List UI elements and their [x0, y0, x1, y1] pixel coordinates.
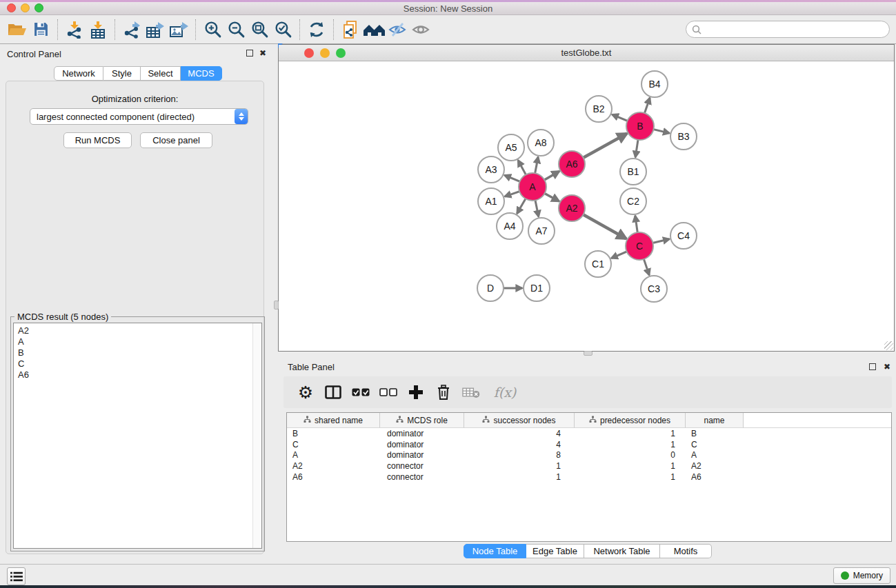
table-cell[interactable]: 4	[464, 429, 575, 438]
create-column-icon[interactable]	[407, 382, 425, 403]
table-cell[interactable]: A	[686, 450, 744, 460]
table-cell[interactable]: 1	[575, 461, 686, 471]
tab-select[interactable]: Select	[141, 66, 181, 81]
node-C2[interactable]: C2	[620, 188, 646, 214]
table-cell[interactable]: A6	[287, 472, 380, 482]
table-cell[interactable]: 1	[575, 472, 686, 482]
tab-network[interactable]: Network	[54, 66, 103, 81]
node-A2[interactable]: A2	[559, 195, 585, 221]
table-cell[interactable]: A6	[686, 472, 744, 482]
table-cell[interactable]: 8	[464, 450, 575, 460]
clone-network-icon[interactable]	[339, 18, 362, 41]
node-A1[interactable]: A1	[478, 188, 504, 214]
refresh-icon[interactable]	[305, 18, 328, 41]
minimize-window-button[interactable]	[21, 3, 30, 12]
result-list-item[interactable]: B	[18, 347, 261, 358]
delete-column-icon[interactable]	[435, 382, 452, 403]
table-row[interactable]: A2connector11A2	[287, 460, 891, 472]
column-header-name[interactable]: name	[686, 413, 744, 428]
open-session-icon[interactable]	[6, 18, 29, 41]
node-A3[interactable]: A3	[478, 156, 504, 183]
table-row[interactable]: A6connector11A6	[287, 472, 891, 483]
table-cell[interactable]: C	[287, 440, 380, 449]
zoom-out-icon[interactable]	[224, 18, 248, 41]
zoom-window-button[interactable]	[34, 3, 43, 12]
table-cell[interactable]: B	[686, 429, 744, 438]
node-C4[interactable]: C4	[670, 223, 697, 249]
select-all-columns-icon[interactable]	[352, 382, 370, 403]
table-cell[interactable]: 4	[464, 440, 575, 449]
result-list-item[interactable]: A	[18, 336, 261, 347]
table-cell[interactable]: connector	[380, 472, 464, 482]
table-cell[interactable]: dominator	[380, 450, 464, 460]
result-list-item[interactable]: A2	[18, 325, 261, 336]
table-cell[interactable]: connector	[380, 461, 464, 471]
tab-edge-table[interactable]: Edge Table	[526, 544, 584, 558]
maximize-network-window-button[interactable]	[336, 48, 346, 58]
node-A6[interactable]: A6	[559, 151, 585, 177]
table-cell[interactable]: C	[686, 440, 744, 449]
node-D[interactable]: D	[477, 275, 504, 301]
result-list-item[interactable]: C	[18, 358, 261, 369]
tab-motifs[interactable]: Motifs	[660, 544, 712, 558]
hide-visual-properties-icon[interactable]	[386, 18, 409, 41]
node-B1[interactable]: B1	[620, 159, 646, 185]
node-B4[interactable]: B4	[641, 71, 668, 97]
node-A4[interactable]: A4	[497, 213, 523, 239]
node-A8[interactable]: A8	[528, 130, 554, 156]
table-cell[interactable]: A2	[686, 461, 744, 471]
tab-node-table[interactable]: Node Table	[464, 544, 526, 558]
node-B3[interactable]: B3	[670, 123, 697, 150]
network-canvas[interactable]: B4B2BB3A5A8A6B1A3AA1C2A2A4A7C4CC1DD1C3	[279, 62, 894, 351]
table-cell[interactable]: 1	[464, 472, 575, 482]
search-field[interactable]	[686, 21, 890, 38]
node-C[interactable]: C	[626, 232, 653, 260]
zoom-fit-icon[interactable]	[248, 18, 271, 41]
function-builder-icon[interactable]: f(x)	[490, 382, 520, 403]
close-panel-button[interactable]: Close panel	[140, 132, 212, 148]
import-table-icon[interactable]	[86, 18, 110, 41]
close-table-panel-icon[interactable]: ✖	[884, 363, 890, 370]
export-network-icon[interactable]	[120, 18, 143, 41]
table-cell[interactable]: 0	[575, 450, 686, 460]
vertical-splitter-handle[interactable]	[274, 301, 279, 310]
table-row[interactable]: Cdominator41C	[287, 439, 891, 450]
column-header-predecessor-nodes[interactable]: predecessor nodes	[575, 413, 686, 428]
resize-grip-icon[interactable]	[884, 341, 893, 350]
column-header-MCDS-role[interactable]: MCDS role	[380, 413, 464, 428]
column-header-shared-name[interactable]: shared name	[287, 413, 380, 428]
table-row[interactable]: Bdominator41B	[287, 428, 891, 439]
export-image-icon[interactable]	[167, 18, 190, 41]
float-table-panel-icon[interactable]	[869, 363, 876, 370]
table-cell[interactable]: dominator	[380, 440, 464, 449]
node-C1[interactable]: C1	[585, 251, 611, 277]
task-history-button[interactable]	[7, 567, 26, 585]
table-cell[interactable]: dominator	[380, 429, 464, 438]
save-session-icon[interactable]	[29, 18, 52, 41]
run-mcds-button[interactable]: Run MCDS	[63, 132, 132, 148]
tab-style[interactable]: Style	[103, 66, 141, 81]
table-cell[interactable]: B	[287, 429, 380, 438]
table-cell[interactable]: A	[287, 450, 380, 460]
import-network-icon[interactable]	[63, 18, 86, 41]
result-list-scrollbar[interactable]	[252, 323, 261, 548]
table-cell[interactable]: 1	[575, 440, 686, 449]
minimize-network-window-button[interactable]	[320, 48, 330, 58]
close-window-button[interactable]	[7, 3, 16, 12]
node-A7[interactable]: A7	[528, 218, 555, 244]
show-visual-properties-icon[interactable]	[409, 18, 432, 41]
home-icon[interactable]	[362, 18, 386, 41]
table-settings-gear-icon[interactable]: ⚙	[297, 382, 315, 403]
network-window-titlebar[interactable]: testGlobe.txt	[279, 45, 894, 61]
node-D1[interactable]: D1	[524, 275, 550, 301]
mcds-result-list[interactable]: A2ABCA6	[13, 323, 262, 549]
zoom-selected-icon[interactable]	[271, 18, 295, 41]
zoom-in-icon[interactable]	[201, 18, 224, 41]
horizontal-splitter-handle[interactable]	[584, 351, 593, 356]
node-B[interactable]: B	[626, 112, 654, 140]
float-panel-icon[interactable]	[246, 50, 253, 57]
show-columns-icon[interactable]	[324, 382, 342, 403]
search-input[interactable]	[705, 25, 889, 34]
close-network-window-button[interactable]	[304, 48, 314, 58]
deselect-all-columns-icon[interactable]	[379, 382, 397, 403]
